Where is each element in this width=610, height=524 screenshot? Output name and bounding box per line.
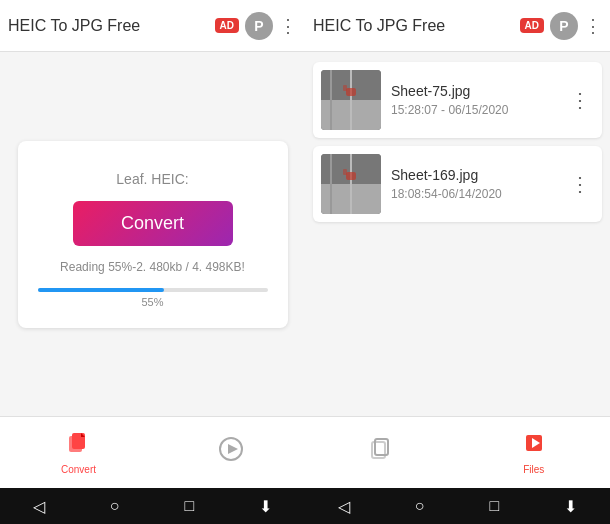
- file-date-1: 15:28:07 - 06/15/2020: [391, 103, 556, 117]
- convert-nav-label: Convert: [61, 464, 96, 475]
- left-top-bar: HEIC To JPG Free AD P ⋮: [0, 0, 305, 52]
- nav-files[interactable]: Files: [521, 430, 547, 475]
- recent-button-r[interactable]: □: [490, 497, 500, 515]
- svg-rect-6: [343, 85, 347, 91]
- left-bottom-nav: Convert: [0, 416, 305, 488]
- nav-convert[interactable]: Convert: [61, 430, 96, 475]
- file-label: Leaf. HEIC:: [116, 171, 188, 187]
- svg-rect-5: [346, 88, 356, 96]
- play-nav-icon-left: [218, 436, 244, 468]
- profile-icon-left[interactable]: P: [245, 12, 273, 40]
- progress-bar-bg: [38, 288, 268, 292]
- file-info-2: Sheet-169.jpg 18:08:54-06/14/2020: [391, 167, 556, 201]
- left-app-title: HEIC To JPG Free: [8, 17, 215, 35]
- progress-text: Reading 55%-2. 480kb / 4. 498KB!: [60, 260, 245, 274]
- menu-dots-right[interactable]: ⋮: [584, 15, 602, 37]
- files-nav-icon-inactive: [368, 436, 394, 468]
- files-panel: Sheet-75.jpg 15:28:07 - 06/15/2020 ⋮ Sh: [305, 52, 610, 416]
- file-date-2: 18:08:54-06/14/2020: [391, 187, 556, 201]
- file-card-2: Sheet-169.jpg 18:08:54-06/14/2020 ⋮: [313, 146, 602, 222]
- file-menu-1[interactable]: ⋮: [566, 84, 594, 116]
- back-button-r[interactable]: ◁: [338, 497, 350, 516]
- file-card-1: Sheet-75.jpg 15:28:07 - 06/15/2020 ⋮: [313, 62, 602, 138]
- files-nav-label: Files: [523, 464, 544, 475]
- progress-percent: 55%: [141, 296, 163, 308]
- menu-dots-left[interactable]: ⋮: [279, 15, 297, 37]
- file-menu-2[interactable]: ⋮: [566, 168, 594, 200]
- svg-rect-12: [346, 172, 356, 180]
- file-thumb-2: [321, 154, 381, 214]
- progress-bar-fill: [38, 288, 165, 292]
- svg-rect-13: [343, 169, 347, 175]
- back-button[interactable]: ◁: [33, 497, 45, 516]
- nav-right-files-inactive[interactable]: [368, 436, 394, 470]
- svg-marker-18: [228, 444, 238, 454]
- profile-icon-right[interactable]: P: [550, 12, 578, 40]
- progress-bar-container: 55%: [38, 288, 268, 308]
- convert-button[interactable]: Convert: [73, 201, 233, 246]
- right-bottom-nav: Files: [305, 416, 610, 488]
- recent-button[interactable]: □: [185, 497, 195, 515]
- convert-nav-icon: [65, 430, 91, 462]
- ad-badge-right: AD: [520, 18, 544, 33]
- files-nav-icon: [521, 430, 547, 462]
- sys-nav-left: ◁ ○ □ ⬇: [0, 488, 305, 524]
- download-button[interactable]: ⬇: [259, 497, 272, 516]
- convert-panel: Leaf. HEIC: Convert Reading 55%-2. 480kb…: [0, 52, 305, 416]
- download-button-r[interactable]: ⬇: [564, 497, 577, 516]
- right-app-title: HEIC To JPG Free: [313, 17, 520, 35]
- home-button-r[interactable]: ○: [415, 497, 425, 515]
- ad-badge-left: AD: [215, 18, 239, 33]
- file-thumb-1: [321, 70, 381, 130]
- conversion-card: Leaf. HEIC: Convert Reading 55%-2. 480kb…: [18, 141, 288, 328]
- right-top-bar: HEIC To JPG Free AD P ⋮: [305, 0, 610, 52]
- nav-left-play[interactable]: [218, 436, 244, 470]
- file-info-1: Sheet-75.jpg 15:28:07 - 06/15/2020: [391, 83, 556, 117]
- home-button[interactable]: ○: [110, 497, 120, 515]
- file-name-2: Sheet-169.jpg: [391, 167, 556, 183]
- file-name-1: Sheet-75.jpg: [391, 83, 556, 99]
- sys-nav-right: ◁ ○ □ ⬇: [305, 488, 610, 524]
